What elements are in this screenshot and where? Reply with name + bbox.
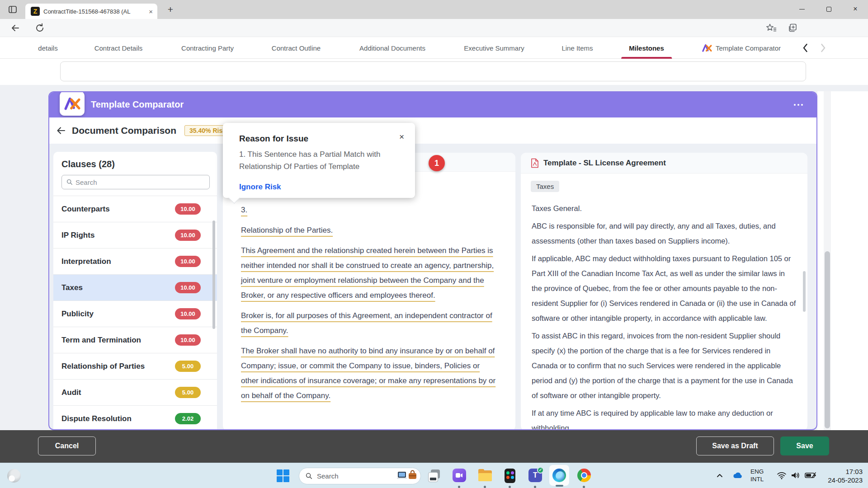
clause-list-scrollbar-thumb[interactable]: [212, 221, 215, 329]
nav-tab-additional-documents[interactable]: Additional Documents: [359, 37, 425, 59]
onedrive-icon[interactable]: [732, 471, 743, 481]
back-arrow-icon[interactable]: [56, 125, 66, 136]
template-paragraph: Taxes General.: [532, 201, 797, 216]
app-icon-task-view[interactable]: [425, 469, 443, 484]
clauses-panel: Clauses (28) Counterparts10.00IP Rights1…: [53, 152, 217, 430]
browser-toolbar: https://dewdrops-rp.zycus.com/icontract/…: [0, 19, 868, 37]
nav-tab-contracting-party[interactable]: Contracting Party: [181, 37, 234, 59]
risk-score-pill: 2.02: [175, 413, 201, 424]
app-icon-edge[interactable]: [550, 469, 568, 484]
clause-search-input[interactable]: [75, 178, 198, 186]
template-paragraph: If applicable, ABC may deduct withholdin…: [532, 251, 797, 326]
clause-label: Interpretation: [61, 257, 111, 266]
nav-tab-label: Additional Documents: [359, 44, 425, 52]
app-icon-figma[interactable]: [501, 469, 519, 484]
clause-row-dispute-resolution[interactable]: Dispute Resolution2.02: [53, 406, 217, 430]
comparison-subheader: Document Comparison 35.40% Riskier: [49, 117, 816, 144]
clause-search-box[interactable]: [61, 175, 210, 189]
template-clause-tag[interactable]: Taxes: [531, 181, 559, 192]
clause-label: Relationship of Parties: [61, 362, 145, 371]
window-maximize-button[interactable]: [819, 0, 839, 18]
nav-scroll-left-icon[interactable]: [800, 42, 811, 53]
nav-tab-label: Contract Outline: [272, 44, 321, 52]
clause-label: Taxes: [61, 283, 83, 292]
clause-row-counterparts[interactable]: Counterparts10.00: [53, 196, 217, 222]
app-icon-chrome[interactable]: [575, 469, 593, 484]
nav-scroll-right-icon[interactable]: [817, 42, 828, 53]
clause-row-taxes[interactable]: Taxes10.00: [53, 275, 217, 301]
nav-tab-details[interactable]: details: [38, 37, 57, 59]
page-scrollbar-thumb[interactable]: [825, 251, 830, 428]
risk-score-pill: 10.00: [175, 334, 201, 346]
contract-nav-tabs: detailsContract DetailsContracting Party…: [0, 37, 868, 59]
window-close-button[interactable]: ×: [845, 0, 865, 18]
app-icon-teams[interactable]: T✓: [526, 469, 544, 484]
template-paragraph: If at any time ABC is required by applic…: [532, 406, 797, 430]
wifi-icon[interactable]: [777, 471, 787, 481]
language-indicator[interactable]: ENG INTL: [750, 468, 764, 483]
clause-row-publicity[interactable]: Publicity10.00: [53, 301, 217, 327]
save-as-draft-button[interactable]: Save as Draft: [696, 436, 774, 455]
nav-tab-label: Executive Summary: [464, 44, 524, 52]
windows-start-icon[interactable]: [277, 469, 289, 482]
favorites-bar-icon[interactable]: [766, 23, 777, 33]
page-content: Template Comparator Document Comparison …: [0, 59, 868, 430]
app-icon-file-explorer[interactable]: [476, 469, 494, 484]
issue-count-badge[interactable]: 1: [429, 155, 445, 171]
nav-tab-milestones[interactable]: Milestones: [629, 37, 664, 59]
taskbar-search[interactable]: Search: [299, 468, 421, 484]
template-text: Taxes General.ABC is responsible for, an…: [521, 192, 807, 430]
nav-tab-executive-summary[interactable]: Executive Summary: [464, 37, 524, 59]
tray-show-hidden-icons[interactable]: [716, 472, 723, 481]
comparator-header: Template Comparator: [49, 92, 816, 117]
clause-row-interpretation[interactable]: Interpretation10.00: [53, 249, 217, 275]
nav-tab-label: Contract Details: [94, 44, 143, 52]
popup-close-icon[interactable]: ×: [399, 132, 404, 142]
browser-titlebar: Z ContractTitle-151568-467838 (AL × + ×: [0, 0, 868, 19]
cancel-button[interactable]: Cancel: [38, 436, 96, 455]
running-app-dot: [458, 486, 460, 488]
template-scrollbar-thumb[interactable]: [803, 271, 806, 312]
document-paragraph: Broker is, for all purposes of this Agre…: [241, 308, 497, 338]
ax-logo-icon: [60, 91, 85, 116]
screen: Z ContractTitle-151568-467838 (AL × + × …: [0, 0, 868, 488]
browser-tab[interactable]: Z ContractTitle-151568-467838 (AL ×: [25, 4, 157, 19]
ignore-risk-link[interactable]: Ignore Risk: [239, 183, 281, 192]
comparator-menu-icon[interactable]: [794, 104, 803, 106]
nav-tab-label: Milestones: [629, 44, 664, 52]
new-tab-button[interactable]: +: [164, 4, 177, 16]
popup-reason-text: 1. This Sentence has a Partial Match wit…: [239, 148, 391, 173]
nav-tab-line-items[interactable]: Line Items: [561, 37, 593, 59]
back-button[interactable]: [10, 23, 21, 33]
app-icon-video-chat[interactable]: [450, 469, 468, 484]
clause-row-term-and-termination[interactable]: Term and Termination10.00: [53, 327, 217, 353]
clause-row-ip-rights[interactable]: IP Rights10.00: [53, 222, 217, 249]
collections-icon[interactable]: [788, 23, 798, 33]
risk-score-pill: 10.00: [175, 230, 201, 241]
taskbar-corner-icon[interactable]: [7, 469, 21, 483]
risk-score-pill: 10.00: [175, 308, 201, 319]
window-minimize-button[interactable]: [792, 0, 812, 18]
clause-row-audit[interactable]: Audit5.00: [53, 380, 217, 406]
document-paragraph: Relationship of the Parties.: [241, 223, 497, 238]
clause-label: Dispute Resolution: [61, 414, 132, 423]
clause-label: Counterparts: [61, 205, 110, 214]
template-title: Template - SL License Agreement: [543, 159, 666, 168]
system-clock[interactable]: 17:03 24-05-2023: [808, 467, 863, 484]
refresh-button[interactable]: [34, 23, 45, 33]
volume-icon[interactable]: [790, 471, 800, 481]
template-paragraph: To assist ABC in this regard, invoices f…: [532, 328, 797, 403]
running-app-dot: [509, 486, 511, 488]
clause-row-relationship-of-parties[interactable]: Relationship of Parties5.00: [53, 353, 217, 380]
nav-tab-contract-outline[interactable]: Contract Outline: [272, 37, 321, 59]
clause-label: Publicity: [61, 310, 94, 319]
template-document-panel: Template - SL License Agreement Taxes Ta…: [521, 153, 807, 430]
risk-score-pill: 5.00: [175, 361, 201, 372]
save-button[interactable]: Save: [780, 436, 829, 455]
tab-close-icon[interactable]: ×: [149, 8, 153, 15]
nav-tab-template-comparator[interactable]: Template Comparator: [702, 37, 781, 59]
nav-tab-contract-details[interactable]: Contract Details: [94, 37, 143, 59]
tab-actions-icon[interactable]: [7, 4, 18, 15]
nav-tab-label: details: [38, 44, 57, 52]
browser-tab-title: ContractTitle-151568-467838 (AL: [43, 8, 138, 15]
